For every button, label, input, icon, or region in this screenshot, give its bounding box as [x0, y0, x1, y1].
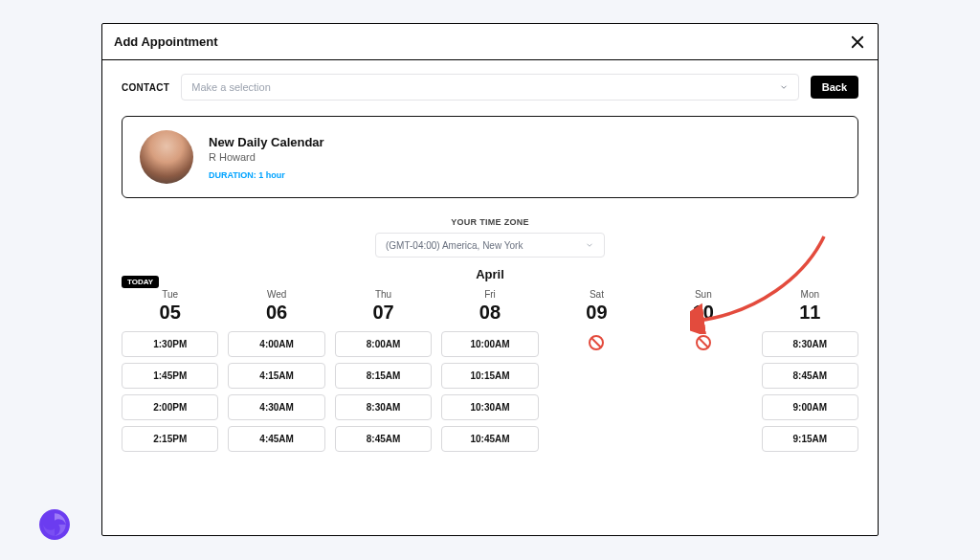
slot-list: 1:30PM1:45PM2:00PM2:15PM [122, 331, 218, 452]
avatar [140, 130, 193, 184]
day-column: Sun10 [655, 289, 751, 452]
day-column: Sat09 [548, 289, 645, 452]
contact-select[interactable]: Make a selection [181, 74, 798, 101]
card-content: New Daily Calendar R Howard DURATION: 1 … [209, 135, 324, 180]
day-number: 10 [693, 302, 714, 324]
back-button[interactable]: Back [811, 76, 858, 99]
brand-logo-icon [38, 508, 71, 541]
card-duration: DURATION: 1 hour [209, 170, 324, 180]
slot-list: 8:00AM8:15AM8:30AM8:45AM [335, 331, 432, 452]
calendar-card: New Daily Calendar R Howard DURATION: 1 … [122, 116, 858, 198]
time-slot[interactable]: 10:15AM [441, 363, 538, 389]
modal-header: Add Appointment [102, 24, 878, 60]
time-slot[interactable]: 10:00AM [441, 331, 538, 357]
time-slot[interactable]: 8:00AM [335, 331, 432, 357]
day-name: Sun [695, 289, 712, 300]
day-name: Tue [162, 289, 178, 300]
day-number: 05 [160, 302, 181, 324]
time-slot[interactable]: 1:30PM [122, 331, 218, 357]
day-number: 09 [586, 302, 607, 324]
modal-title: Add Appointment [114, 34, 218, 49]
timezone-value: (GMT-04:00) America, New York [386, 240, 523, 251]
timezone-label: YOUR TIME ZONE [122, 217, 858, 227]
contact-row: CONTACT Make a selection Back [122, 74, 858, 101]
day-number: 06 [266, 302, 287, 324]
time-slot[interactable]: 8:30AM [335, 394, 432, 420]
time-slot[interactable]: 2:00PM [122, 394, 218, 420]
time-slot[interactable]: 1:45PM [122, 363, 218, 389]
time-slot[interactable]: 4:00AM [228, 331, 324, 357]
time-slot[interactable]: 9:00AM [762, 394, 858, 420]
day-column: TODAYTue051:30PM1:45PM2:00PM2:15PM [122, 289, 218, 452]
chevron-down-icon [779, 82, 789, 92]
unavailable-icon [696, 335, 711, 350]
day-column: Thu078:00AM8:15AM8:30AM8:45AM [335, 289, 432, 452]
day-column: Wed064:00AM4:15AM4:30AM4:45AM [228, 289, 324, 452]
day-column: Mon118:30AM8:45AM9:00AM9:15AM [762, 289, 858, 452]
timezone-section: YOUR TIME ZONE (GMT-04:00) America, New … [122, 217, 858, 258]
day-name: Mon [801, 289, 819, 300]
time-slot[interactable]: 10:45AM [441, 426, 538, 452]
time-slot[interactable]: 8:30AM [762, 331, 858, 357]
day-name: Wed [267, 289, 286, 300]
contact-label: CONTACT [122, 82, 169, 93]
day-name: Sat [590, 289, 604, 300]
modal-body: CONTACT Make a selection Back New Daily … [102, 60, 878, 535]
day-column: Fri0810:00AM10:15AM10:30AM10:45AM [441, 289, 538, 452]
day-name: Fri [484, 289, 496, 300]
chevron-down-icon [585, 240, 594, 250]
day-number: 07 [372, 302, 393, 324]
time-slot[interactable]: 4:15AM [228, 363, 324, 389]
unavailable-icon [589, 335, 604, 350]
card-subtitle: R Howard [209, 151, 324, 163]
time-slot[interactable]: 8:45AM [335, 426, 432, 452]
time-slot[interactable]: 10:30AM [441, 394, 538, 420]
slot-list: 10:00AM10:15AM10:30AM10:45AM [441, 331, 538, 452]
days-grid: TODAYTue051:30PM1:45PM2:00PM2:15PMWed064… [122, 289, 858, 452]
add-appointment-modal: Add Appointment CONTACT Make a selection… [101, 23, 879, 536]
day-number: 11 [799, 302, 820, 324]
timezone-select[interactable]: (GMT-04:00) America, New York [375, 233, 605, 258]
day-name: Thu [375, 289, 391, 300]
time-slot[interactable]: 9:15AM [762, 426, 858, 452]
time-slot[interactable]: 8:45AM [762, 363, 858, 389]
month-label: April [122, 267, 858, 281]
contact-placeholder: Make a selection [191, 81, 271, 93]
slot-list: 8:30AM8:45AM9:00AM9:15AM [762, 331, 858, 452]
today-badge: TODAY [122, 276, 159, 288]
close-icon[interactable] [849, 34, 866, 51]
time-slot[interactable]: 4:30AM [228, 394, 324, 420]
time-slot[interactable]: 8:15AM [335, 363, 432, 389]
day-number: 08 [479, 302, 501, 324]
time-slot[interactable]: 4:45AM [228, 426, 324, 452]
time-slot[interactable]: 2:15PM [122, 426, 218, 452]
card-title: New Daily Calendar [209, 135, 324, 149]
slot-list: 4:00AM4:15AM4:30AM4:45AM [228, 331, 324, 452]
